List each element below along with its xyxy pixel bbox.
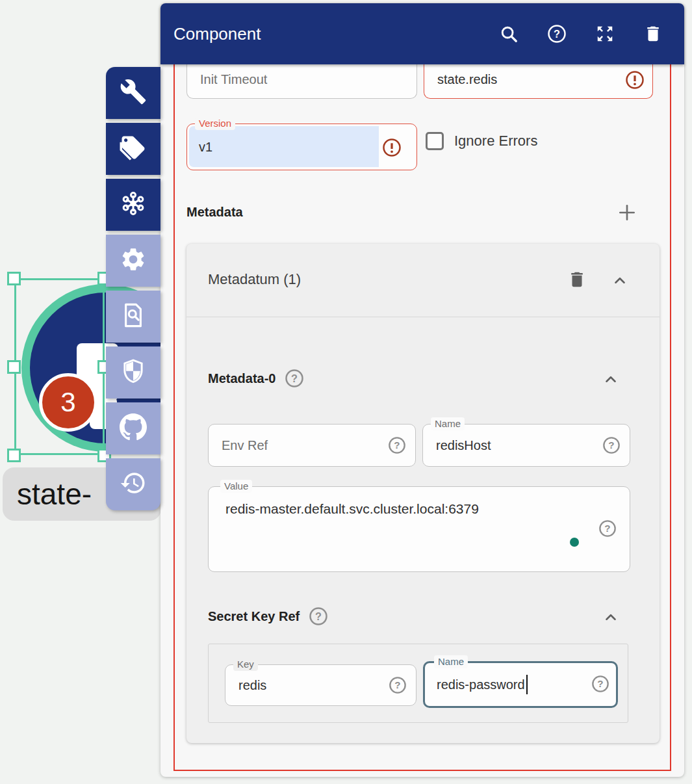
- search-icon: [499, 34, 519, 46]
- collapse-secret-key-ref-button[interactable]: [602, 609, 619, 626]
- type-value: state.redis: [437, 61, 497, 98]
- help-button[interactable]: ?: [547, 24, 567, 44]
- secret-key-value: redis: [238, 665, 266, 705]
- add-metadata-button[interactable]: [617, 202, 637, 223]
- metadata-0-heading: Metadata-0: [208, 371, 276, 386]
- metadatum-title: Metadatum (1): [208, 271, 301, 288]
- plus-icon: [617, 214, 637, 225]
- history-icon: [120, 469, 147, 499]
- doc-search-icon: [120, 302, 147, 332]
- init-timeout-field[interactable]: Init Timeout: [186, 61, 417, 99]
- trash-icon: [567, 280, 587, 291]
- metadatum-card-header: Metadatum (1): [186, 244, 660, 317]
- metadata-name-field[interactable]: Name redisHost ?: [422, 424, 630, 467]
- svg-text:?: ?: [315, 610, 322, 622]
- toolbar-button-configure[interactable]: [106, 67, 160, 119]
- error-count-badge: 3: [39, 373, 97, 432]
- panel-title: Component: [173, 24, 261, 44]
- secret-name-value: redis-password: [437, 663, 528, 706]
- type-field[interactable]: state.redis: [424, 61, 653, 99]
- secret-key-field[interactable]: Key redis ?: [225, 664, 416, 706]
- badge-count: 3: [60, 387, 75, 418]
- ignore-errors-checkbox[interactable]: [426, 132, 444, 150]
- init-timeout-placeholder: Init Timeout: [200, 61, 267, 98]
- chevron-up-icon: [602, 379, 619, 390]
- help-icon[interactable]: ?: [389, 676, 407, 697]
- svg-text:?: ?: [554, 28, 560, 40]
- selection-handle-bottom-left[interactable]: [7, 449, 21, 462]
- metadata-value-field[interactable]: Value redis-master.default.svc.cluster.l…: [208, 486, 630, 572]
- toolbar-button-security[interactable]: [106, 346, 160, 399]
- help-icon[interactable]: ?: [388, 436, 406, 457]
- delete-button[interactable]: [643, 24, 663, 44]
- autofill-highlight: [189, 126, 379, 167]
- node-label-text: state-: [3, 477, 92, 512]
- secret-name-field[interactable]: Name redis-password ?: [423, 661, 618, 708]
- metadata-value-text: redis-master.default.svc.cluster.local:6…: [225, 501, 479, 517]
- expand-icon: [595, 34, 615, 46]
- metadata-value-label: Value: [220, 480, 252, 493]
- app-canvas: 3 state- I: [0, 0, 692, 784]
- shield-icon: [120, 358, 147, 387]
- env-ref-placeholder: Env Ref: [222, 425, 268, 466]
- delete-metadatum-button[interactable]: [567, 270, 587, 289]
- text-cursor: [526, 675, 528, 694]
- metadata-name-value: redisHost: [436, 425, 491, 466]
- secret-key-ref-heading: Secret Key Ref: [208, 609, 300, 624]
- help-icon[interactable]: ?: [309, 607, 328, 626]
- svg-text:?: ?: [604, 523, 610, 534]
- ignore-errors-label: Ignore Errors: [454, 132, 537, 150]
- env-ref-field[interactable]: Env Ref ?: [208, 424, 416, 467]
- secret-name-label: Name: [434, 655, 468, 668]
- secret-key-ref-header: Secret Key Ref ?: [208, 607, 328, 626]
- node-action-toolbar: [106, 67, 160, 514]
- panel-header: Component ?: [160, 3, 684, 64]
- svg-text:?: ?: [394, 679, 400, 690]
- panel-header-actions: ?: [499, 24, 684, 44]
- toolbar-button-tags[interactable]: [106, 123, 160, 175]
- svg-text:?: ?: [292, 372, 298, 384]
- help-icon[interactable]: ?: [591, 675, 609, 696]
- hub-icon: [120, 190, 147, 220]
- search-button[interactable]: [499, 24, 519, 44]
- gear-icon: [120, 246, 147, 276]
- expand-button[interactable]: [595, 24, 615, 44]
- error-icon: [382, 138, 402, 157]
- metadata-name-label: Name: [431, 417, 465, 430]
- resize-dot[interactable]: [570, 538, 579, 547]
- toolbar-button-inspect[interactable]: [106, 291, 160, 343]
- toolbar-button-github[interactable]: [106, 402, 160, 454]
- version-value: v1: [199, 124, 212, 170]
- toolbar-button-history[interactable]: [106, 458, 160, 510]
- tag-icon: [120, 134, 147, 164]
- collapse-metadata-0-button[interactable]: [602, 371, 619, 388]
- github-icon: [120, 413, 147, 443]
- secret-key-label: Key: [233, 658, 258, 671]
- toolbar-button-relationships[interactable]: [106, 179, 160, 231]
- collapse-metadatum-button[interactable]: [611, 272, 628, 289]
- metadata-0-header: Metadata-0 ?: [208, 369, 304, 388]
- help-icon[interactable]: ?: [598, 519, 617, 540]
- chevron-up-icon: [602, 617, 619, 628]
- secret-key-ref-group: Key redis ? Name redis-password ?: [208, 644, 628, 723]
- svg-text:?: ?: [597, 678, 603, 689]
- svg-text:?: ?: [394, 439, 400, 451]
- selection-handle-mid-left[interactable]: [7, 360, 21, 374]
- wrench-icon: [120, 78, 147, 108]
- svg-text:?: ?: [608, 439, 614, 451]
- trash-icon: [643, 34, 663, 46]
- selection-handle-top-left[interactable]: [7, 272, 21, 285]
- help-icon[interactable]: ?: [602, 436, 621, 457]
- version-label: Version: [195, 117, 235, 130]
- component-config-panel: Init Timeout state.redis Version v1 Igno…: [160, 3, 684, 777]
- metadatum-card: Metadatum (1) Metadata-0 ? Env Ref ? Nam…: [186, 244, 660, 743]
- chevron-up-icon: [611, 280, 628, 291]
- error-icon: [625, 70, 645, 90]
- help-icon[interactable]: ?: [285, 369, 304, 388]
- version-field[interactable]: Version v1: [186, 124, 417, 170]
- metadata-heading: Metadata: [186, 205, 243, 220]
- help-icon: ?: [547, 34, 567, 46]
- toolbar-button-settings[interactable]: [106, 235, 160, 287]
